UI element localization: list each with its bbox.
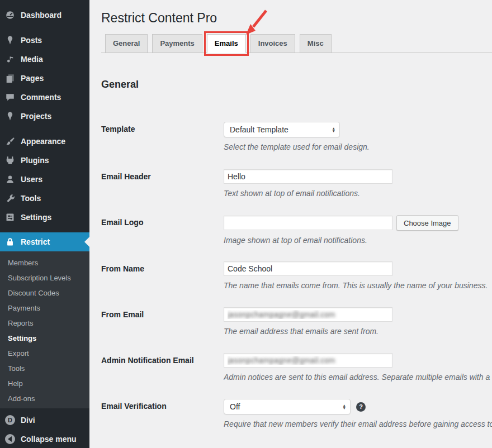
sidebar-separator [0, 25, 89, 31]
submenu-item-export[interactable]: Export [0, 346, 89, 361]
sidebar-item-tools[interactable]: Tools [0, 189, 89, 208]
form-row-template: Template Default Template ▲▼ Select the … [101, 118, 492, 151]
submenu-item-payments[interactable]: Payments [0, 301, 89, 316]
submenu-item-help[interactable]: Help [0, 376, 89, 391]
form-row-email-logo: Email Logo Choose Image Image shown at t… [101, 212, 492, 245]
sidebar-item-pages[interactable]: Pages [0, 69, 89, 88]
pushpin-icon [4, 35, 16, 46]
sidebar-item-users[interactable]: Users [0, 170, 89, 189]
submenu-item-discount-codes[interactable]: Discount Codes [0, 285, 89, 301]
submenu-item-subscription-levels[interactable]: Subscription Levels [0, 270, 89, 285]
submenu-item-add-ons[interactable]: Add-ons [0, 391, 89, 406]
field-label: Template [101, 118, 224, 151]
sidebar-item-appearance[interactable]: Appearance [0, 132, 89, 151]
sidebar-item-label: Plugins [21, 156, 49, 165]
pushpin-icon [4, 111, 16, 122]
form-row-email-verification: Email Verification Off ▲▼ ? Require that… [101, 395, 492, 428]
wrench-icon [4, 193, 16, 204]
sidebar-item-plugins[interactable]: Plugins [0, 151, 89, 170]
pages-icon [4, 73, 16, 84]
page-title: Restrict Content Pro [101, 11, 217, 26]
annotation-arrow-icon [240, 8, 269, 38]
section-title: General [101, 79, 139, 90]
media-icon [4, 54, 16, 65]
tab-payments[interactable]: Payments [152, 34, 202, 53]
admin-sidebar: Dashboard Posts Media Pages Comments Pro… [0, 0, 89, 448]
from-name-input[interactable] [224, 261, 392, 276]
field-label: Email Verification [101, 395, 224, 428]
sidebar-item-label: Pages [21, 74, 44, 83]
sidebar-item-restrict[interactable]: Restrict [0, 232, 89, 251]
submenu-item-tools[interactable]: Tools [0, 361, 89, 376]
sidebar-item-label: Comments [21, 93, 61, 102]
sidebar-item-label: Collapse menu [21, 435, 77, 444]
submenu-item-reports[interactable]: Reports [0, 316, 89, 331]
comment-icon [4, 92, 16, 103]
field-label: Email Header [101, 166, 224, 198]
sidebar-item-label: Users [21, 175, 42, 184]
sidebar-item-label: Media [21, 55, 43, 64]
field-help-text: Text shown at top of email notifications… [224, 189, 492, 198]
field-label: From Name [101, 258, 224, 290]
sidebar-item-label: Posts [21, 36, 42, 45]
email-logo-input[interactable] [224, 216, 392, 230]
collapse-arrow-icon [4, 433, 16, 445]
user-icon [4, 174, 16, 185]
form-row-email-header: Email Header Text shown at top of email … [101, 166, 492, 198]
brush-icon [4, 136, 16, 147]
lock-icon [4, 236, 16, 247]
sidebar-item-posts[interactable]: Posts [0, 31, 89, 50]
sidebar-item-projects[interactable]: Projects [0, 107, 89, 126]
from-email-input[interactable] [224, 307, 392, 322]
form-row-from-email: From Email The email address that emails… [101, 304, 492, 336]
sidebar-item-label: Appearance [21, 137, 65, 146]
template-select[interactable]: Default Template ▲▼ [224, 122, 340, 137]
settings-tabs: General Payments Emails Invoices Misc [105, 34, 332, 53]
field-label: Admin Notification Email [101, 350, 224, 382]
field-label: Email Logo [101, 212, 224, 245]
dashboard-icon [4, 9, 16, 21]
collapse-menu-button[interactable]: Collapse menu [0, 430, 89, 448]
sidebar-item-dashboard[interactable]: Dashboard [0, 6, 89, 25]
field-help-text: Image shown at top of email notification… [224, 236, 492, 245]
field-help-text: The email address that emails are sent f… [224, 327, 492, 336]
choose-image-button[interactable]: Choose Image [396, 215, 458, 231]
tab-general[interactable]: General [105, 34, 148, 53]
form-row-from-name: From Name The name that emails come from… [101, 258, 492, 290]
help-question-icon[interactable]: ? [356, 402, 366, 412]
sidebar-item-label: Projects [21, 112, 51, 121]
divi-icon: D [4, 414, 16, 426]
email-header-input[interactable] [224, 169, 392, 184]
sidebar-item-settings[interactable]: Settings [0, 208, 89, 227]
select-value: Default Template [230, 125, 288, 134]
plugin-icon [4, 155, 16, 166]
field-help-text: Admin notices are sent to this email add… [224, 373, 492, 382]
restrict-submenu: Members Subscription Levels Discount Cod… [0, 251, 89, 408]
sidebar-item-label: Tools [21, 194, 41, 203]
field-label: From Email [101, 304, 224, 336]
field-help-text: Require that new members verify their em… [224, 420, 492, 428]
settings-page: Restrict Content Pro General Payments Em… [89, 0, 492, 448]
sidebar-item-label: Settings [21, 213, 51, 222]
field-help-text: Select the template used for email desig… [224, 142, 492, 151]
field-help-text: The name that emails come from. This is … [224, 281, 492, 290]
sidebar-item-media[interactable]: Media [0, 50, 89, 69]
select-arrows-icon: ▲▼ [343, 404, 346, 409]
sidebar-item-label: Restrict [21, 237, 50, 246]
submenu-item-settings[interactable]: Settings [0, 331, 89, 346]
sidebar-item-comments[interactable]: Comments [0, 88, 89, 107]
tab-misc[interactable]: Misc [300, 34, 332, 53]
select-value: Off [230, 402, 240, 411]
submenu-item-members[interactable]: Members [0, 255, 89, 270]
form-row-admin-notification-email: Admin Notification Email Admin notices a… [101, 350, 492, 382]
select-arrows-icon: ▲▼ [332, 127, 335, 132]
email-verification-select[interactable]: Off ▲▼ [224, 399, 351, 414]
sliders-icon [4, 212, 16, 223]
sidebar-item-label: Dashboard [21, 11, 62, 20]
admin-notification-email-input[interactable] [224, 353, 392, 368]
sidebar-item-divi[interactable]: D Divi [0, 411, 89, 430]
sidebar-separator [0, 126, 89, 132]
sidebar-item-label: Divi [21, 416, 35, 425]
